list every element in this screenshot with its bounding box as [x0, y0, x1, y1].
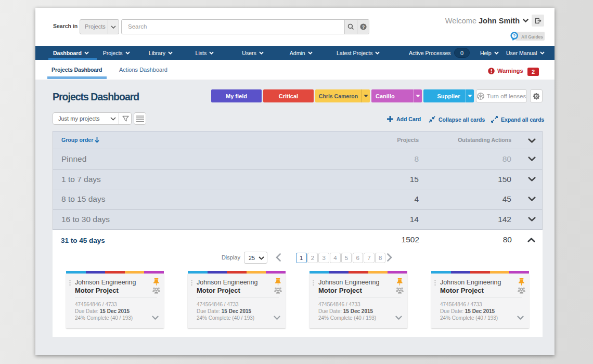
svg-text:?: ?: [513, 33, 515, 38]
svg-text:?: ?: [362, 24, 365, 30]
